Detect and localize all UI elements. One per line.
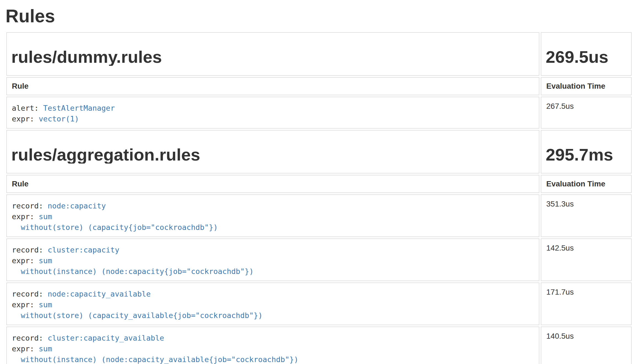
rule-keyword: expr: [12, 115, 39, 123]
rule-cell: alert: TestAlertManagerexpr: vector(1) [6, 97, 539, 129]
rule-link[interactable]: without(store) (capacity{job="cockroachd… [21, 223, 218, 232]
rule-keyword [12, 311, 21, 320]
rule-link[interactable]: cluster:capacity_available [48, 334, 164, 342]
rule-keyword [12, 223, 21, 232]
rule-code-line: record: cluster:capacity [12, 245, 534, 255]
rule-eval-time: 171.7us [541, 282, 632, 325]
rule-cell: record: node:capacityexpr: sum without(s… [6, 194, 539, 237]
rules-table: rules/dummy.rules269.5usRuleEvaluation T… [5, 31, 633, 364]
rule-eval-time: 140.5us [541, 327, 632, 364]
rule-keyword: expr: [12, 212, 39, 221]
rule-code-line: without(instance) (node:capacity{job="co… [12, 266, 534, 277]
rule-keyword [12, 355, 21, 364]
rule-group-eval-time: 269.5us [546, 48, 627, 66]
rule-group-file: rules/aggregation.rules [11, 146, 534, 164]
rule-row: record: cluster:capacityexpr: sum withou… [6, 238, 632, 281]
column-header-row: RuleEvaluation Time [6, 175, 632, 193]
page-title: Rules [6, 6, 633, 26]
rule-link[interactable]: cluster:capacity [48, 246, 119, 254]
rule-cell: record: node:capacity_availableexpr: sum… [6, 282, 539, 325]
rule-code-line: without(instance) (node:capacity_availab… [12, 354, 534, 364]
rule-link[interactable]: sum [39, 212, 52, 221]
rule-column-header: Rule [6, 77, 539, 95]
rule-link[interactable]: without(instance) (node:capacity{job="co… [21, 267, 254, 276]
rule-group-file-cell: rules/dummy.rules [6, 32, 539, 76]
rule-link[interactable]: node:capacity [48, 202, 106, 210]
rule-code-line: expr: sum [12, 343, 534, 354]
rule-group-file-cell: rules/aggregation.rules [6, 130, 539, 173]
rule-code-line: record: node:capacity_available [12, 289, 534, 299]
rule-row: record: cluster:capacity_availableexpr: … [6, 327, 632, 364]
rule-link[interactable]: sum [39, 344, 52, 353]
rule-link[interactable]: sum [39, 300, 52, 309]
rule-keyword: expr: [12, 300, 39, 309]
evaluation-time-column-header: Evaluation Time [541, 77, 632, 95]
rule-column-header: Rule [6, 175, 539, 193]
rules-table-body: rules/dummy.rules269.5usRuleEvaluation T… [6, 32, 632, 364]
rule-group-heading-row: rules/dummy.rules269.5us [6, 32, 632, 76]
rule-eval-time: 142.5us [541, 238, 632, 281]
rule-cell: record: cluster:capacityexpr: sum withou… [6, 238, 539, 281]
rule-group-heading-row: rules/aggregation.rules295.7ms [6, 130, 632, 173]
rule-link[interactable]: vector(1) [39, 115, 79, 123]
rule-link[interactable]: TestAlertManager [43, 104, 115, 112]
rule-code-line: without(store) (capacity{job="cockroachd… [12, 222, 534, 233]
rule-keyword: expr: [12, 256, 39, 265]
rule-keyword: record: [12, 334, 48, 342]
rule-code-line: alert: TestAlertManager [12, 103, 534, 113]
rule-keyword [12, 267, 21, 276]
rule-row: record: node:capacity_availableexpr: sum… [6, 282, 632, 325]
rule-code-line: expr: sum [12, 255, 534, 266]
rule-group-eval-time: 295.7ms [546, 146, 627, 164]
rule-code-line: expr: vector(1) [12, 113, 534, 124]
rule-group-eval-time-cell: 269.5us [541, 32, 632, 76]
rule-eval-time: 351.3us [541, 194, 632, 237]
rule-code-line: record: cluster:capacity_available [12, 333, 534, 343]
rule-keyword: alert: [12, 104, 43, 112]
rule-keyword: expr: [12, 344, 39, 353]
rule-group-file: rules/dummy.rules [11, 48, 534, 66]
rule-link[interactable]: sum [39, 256, 52, 265]
rule-keyword: record: [12, 202, 48, 210]
column-header-row: RuleEvaluation Time [6, 77, 632, 95]
rule-code-line: expr: sum [12, 211, 534, 222]
rule-group-eval-time-cell: 295.7ms [541, 130, 632, 173]
rule-code-line: without(store) (capacity_available{job="… [12, 310, 534, 321]
rule-cell: record: cluster:capacity_availableexpr: … [6, 327, 539, 364]
rule-code-line: record: node:capacity [12, 200, 534, 211]
rule-link[interactable]: without(instance) (node:capacity_availab… [21, 355, 299, 364]
rule-code-line: expr: sum [12, 299, 534, 310]
rule-link[interactable]: without(store) (capacity_available{job="… [21, 311, 263, 320]
rule-eval-time: 267.5us [541, 97, 632, 129]
rule-row: alert: TestAlertManagerexpr: vector(1)26… [6, 97, 632, 129]
rule-link[interactable]: node:capacity_available [48, 290, 151, 298]
rule-keyword: record: [12, 290, 48, 298]
evaluation-time-column-header: Evaluation Time [541, 175, 632, 193]
rule-keyword: record: [12, 246, 48, 254]
rule-row: record: node:capacityexpr: sum without(s… [6, 194, 632, 237]
